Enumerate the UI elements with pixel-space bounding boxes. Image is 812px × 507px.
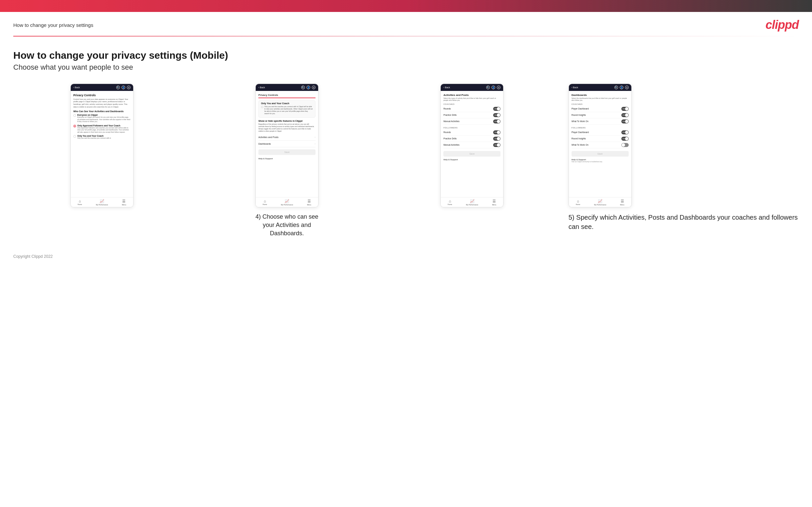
search-icon-2[interactable]: 🔍	[301, 86, 305, 89]
nav-home-1[interactable]: ⌂ Home	[78, 199, 82, 206]
nav-performance-4[interactable]: 📈 My Performance	[594, 199, 606, 206]
toggle-manual-coaches-knob	[497, 120, 500, 123]
phone-body-2: Privacy Controls Only You and Your Coach…	[256, 91, 318, 197]
home-icon-3: ⌂	[449, 199, 451, 203]
toggle-manual-followers-knob	[497, 143, 500, 147]
nav-performance-2[interactable]: 📈 My Performance	[281, 199, 293, 206]
performance-icon-2: 📈	[285, 199, 289, 204]
nav-menu-1[interactable]: ☰ Menu	[122, 199, 126, 206]
toggle-roundinsights-followers-switch[interactable]: ON	[621, 137, 629, 141]
tab-label-2[interactable]: Privacy Controls	[258, 94, 278, 97]
toggle-whattowork-followers-switch[interactable]	[621, 143, 629, 147]
toggle-practice-followers[interactable]: Practice Drills ON	[443, 136, 501, 142]
nav-home-2[interactable]: ⌂ Home	[263, 199, 267, 206]
back-btn-1[interactable]: ‹ Back	[73, 86, 80, 89]
option-approved[interactable]: Only Approved Followers and Your Coach O…	[73, 124, 131, 133]
toggle-rounds-followers-switch[interactable]: ON	[493, 130, 501, 134]
profile-icon-3[interactable]: 👤	[492, 86, 495, 89]
profile-icon-1[interactable]: 👤	[121, 86, 125, 89]
toggle-manual-coaches-switch[interactable]: ON	[493, 119, 501, 123]
toggle-practice-followers-switch[interactable]: ON	[493, 137, 501, 141]
toggle-playerdash-followers-switch[interactable]: ON	[621, 130, 629, 134]
toggle-on-text-3: ON	[494, 120, 497, 122]
nav-menu-3[interactable]: ☰ Menu	[492, 199, 497, 206]
header-title: How to change your privacy settings	[13, 22, 93, 28]
settings-icon-2[interactable]: ⚙	[312, 86, 315, 89]
profile-icon-4[interactable]: 👤	[620, 86, 623, 89]
toggle-on-text: ON	[494, 108, 497, 110]
toggle-playerdash-coaches[interactable]: Player Dashboard ON	[571, 106, 629, 112]
toggle-roundinsights-followers[interactable]: Round Insights ON	[571, 136, 629, 142]
main-content: How to change your privacy settings (Mob…	[0, 37, 812, 248]
toggle-playerdash-coaches-label: Player Dashboard	[571, 108, 589, 110]
search-icon-3[interactable]: 🔍	[486, 86, 490, 89]
radio-approved[interactable]	[73, 125, 76, 127]
toggle-practice-coaches[interactable]: Practice Drills ON	[443, 112, 501, 118]
topbar-icons-1: 🔍 👤 ⚙	[116, 86, 131, 89]
nav-menu-2[interactable]: ☰ Menu	[307, 199, 311, 206]
toggle-on-text-9: ON	[622, 120, 625, 122]
coach-bubble-title: Only You and Your Coach	[261, 102, 313, 105]
nav-performance-1[interactable]: 📈 My Performance	[96, 199, 108, 206]
coach-bubble-radio: Only you and the coaches you connect wit…	[261, 106, 313, 115]
home-label-2: Home	[263, 204, 267, 206]
performance-label-2: My Performance	[281, 204, 293, 206]
radio-everyone[interactable]	[73, 114, 76, 117]
phone-bottom-nav-3: ⌂ Home 📈 My Performance ☰ Menu	[441, 197, 503, 207]
toggle-roundinsights-coaches[interactable]: Round Insights ON	[571, 112, 629, 118]
toggle-playerdash-followers[interactable]: Player Dashboard ON	[571, 129, 629, 136]
nav-home-4[interactable]: ⌂ Home	[576, 199, 580, 206]
toggle-manual-followers[interactable]: Manual Activities ON	[443, 142, 501, 148]
toggle-rounds-coaches-switch[interactable]: ON	[493, 107, 501, 111]
profile-icon-2[interactable]: 👤	[307, 86, 310, 89]
menu-item-dashboards[interactable]: Dashboards ›	[258, 141, 315, 147]
option-everyone-desc: Everyone on Clippd can search for you an…	[78, 116, 131, 123]
back-btn-4[interactable]: ‹ Back	[571, 86, 578, 89]
toggle-manual-followers-switch[interactable]: ON	[493, 143, 501, 147]
settings-icon-1[interactable]: ⚙	[127, 86, 131, 89]
phone-topbar-3: ‹ Back 🔍 👤 ⚙	[441, 84, 503, 91]
toggle-whattowork-coaches-switch[interactable]: ON	[621, 119, 629, 123]
menu-icon-3: ☰	[493, 199, 496, 204]
nav-menu-4[interactable]: ☰ Menu	[620, 199, 624, 206]
phone-bottom-nav-4: ⌂ Home 📈 My Performance ☰ Menu	[569, 197, 631, 207]
toggle-rounds-followers-label: Rounds	[443, 131, 451, 133]
back-btn-2[interactable]: ‹ Back	[258, 86, 265, 89]
toggle-rounds-followers[interactable]: Rounds ON	[443, 129, 501, 136]
save-btn-2[interactable]: Save	[258, 149, 315, 155]
performance-icon-3: 📈	[470, 199, 474, 204]
toggle-practice-coaches-switch[interactable]: ON	[493, 113, 501, 117]
toggle-whattowork-coaches[interactable]: What To Work On ON	[571, 118, 629, 125]
toggle-manual-coaches[interactable]: Manual Activities ON	[443, 118, 501, 125]
toggle-rounds-coaches[interactable]: Rounds ON	[443, 106, 501, 112]
back-btn-3[interactable]: ‹ Back	[443, 86, 450, 89]
toggle-roundinsights-coaches-switch[interactable]: ON	[621, 113, 629, 117]
nav-home-3[interactable]: ⌂ Home	[448, 199, 452, 206]
activities-title: Activities and Posts	[443, 94, 501, 97]
save-btn-3[interactable]: Save	[443, 151, 501, 157]
toggle-whattowork-followers-label: What To Work On	[571, 144, 589, 146]
save-btn-4[interactable]: Save	[571, 151, 629, 157]
nav-performance-3[interactable]: 📈 My Performance	[466, 199, 478, 206]
settings-icon-4[interactable]: ⚙	[625, 86, 629, 89]
option-coach-only[interactable]: Only You and Your Coach Only you and the…	[73, 135, 131, 139]
followers-group-label-4: FOLLOWERS	[571, 127, 629, 129]
toggle-playerdash-coaches-switch[interactable]: ON	[621, 107, 629, 111]
toggle-on-text-11: ON	[622, 138, 625, 140]
feature-section-body: Regardless of the privacy controls that …	[258, 123, 315, 132]
copyright: Copyright Clippd 2022	[13, 254, 53, 259]
radio-coach-only[interactable]	[73, 135, 76, 138]
home-icon-1: ⌂	[79, 199, 81, 203]
toggle-rounds-coaches-label: Rounds	[443, 108, 451, 110]
header: How to change your privacy settings clip…	[0, 12, 812, 36]
menu-item-activities[interactable]: Activities and Posts ›	[258, 134, 315, 141]
toggle-whattowork-coaches-label: What To Work On	[571, 120, 589, 122]
coach-bubble: Only You and Your Coach Only you and the…	[258, 100, 315, 118]
option-everyone[interactable]: Everyone on Clippd Everyone on Clippd ca…	[73, 114, 131, 123]
toggle-whattowork-followers[interactable]: What To Work On	[571, 142, 629, 148]
search-icon-4[interactable]: 🔍	[614, 86, 618, 89]
dashboards-desc: Select the dashboards that you'd like to…	[571, 97, 629, 102]
coaches-group-label-3: COACHES	[443, 103, 501, 105]
settings-icon-3[interactable]: ⚙	[497, 86, 501, 89]
search-icon-1[interactable]: 🔍	[116, 86, 120, 89]
